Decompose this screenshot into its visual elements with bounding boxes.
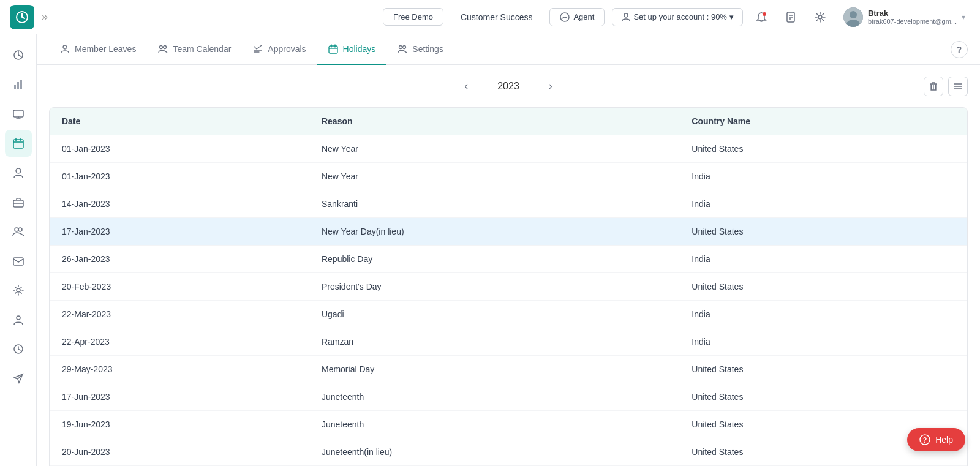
app-logo[interactable] [10, 5, 34, 29]
free-demo-button[interactable]: Free Demo [383, 8, 443, 26]
user-email: btrak607-development@gm... [868, 18, 957, 25]
alert-icon-button[interactable] [750, 6, 772, 28]
cell-country: United States [679, 383, 967, 411]
sidebar-item-dashboard[interactable] [5, 42, 32, 69]
cell-reason: Memorial Day [309, 356, 679, 383]
user-name: Btrak [868, 9, 957, 18]
cell-country: United States [679, 273, 967, 301]
holidays-table: Date Reason Country Name 01-Jan-2023 New… [49, 107, 968, 466]
cell-country: India [679, 190, 967, 218]
menu-button[interactable] [948, 77, 968, 96]
next-year-button[interactable]: › [544, 77, 557, 95]
sidebar-item-mail[interactable] [5, 247, 32, 274]
svg-point-32 [399, 45, 402, 48]
cell-reason: President's Day [309, 273, 679, 301]
table-row[interactable]: 22-Apr-2023 Ramzan India [50, 328, 967, 356]
tab-settings[interactable]: Settings [386, 34, 454, 65]
avatar [843, 7, 863, 27]
cell-reason: New Year Day(in lieu) [309, 218, 679, 246]
table-row[interactable]: 19-Jun-2023 Juneteenth United States [50, 411, 967, 438]
table-row[interactable]: 22-Mar-2023 Ugadi India [50, 301, 967, 328]
cell-reason: Ugadi [309, 301, 679, 328]
col-date: Date [50, 108, 309, 135]
sidebar-item-tv[interactable] [5, 100, 32, 127]
user-info: Btrak btrak607-development@gm... [868, 9, 957, 25]
sidebar-item-reports[interactable] [5, 71, 32, 98]
col-country: Country Name [679, 108, 967, 135]
setup-account-button[interactable]: Set up your account : 90% ▾ [612, 8, 742, 26]
cell-country: United States [679, 218, 967, 246]
agent-button[interactable]: Agent [549, 8, 605, 26]
help-fab-icon [919, 434, 930, 445]
col-reason: Reason [309, 108, 679, 135]
sidebar-item-calendar[interactable] [5, 130, 32, 157]
cell-reason: Ramzan [309, 328, 679, 356]
year-nav-actions [924, 77, 968, 96]
cell-date: 17-Jan-2023 [50, 218, 309, 246]
cell-date: 26-Jan-2023 [50, 246, 309, 273]
user-menu-chevron: ▾ [962, 13, 965, 21]
tab-approvals[interactable]: Approvals [242, 34, 317, 65]
chevron-down-icon: ▾ [729, 12, 734, 21]
svg-point-38 [924, 442, 925, 443]
cell-date: 22-Mar-2023 [50, 301, 309, 328]
svg-point-22 [18, 228, 22, 231]
svg-point-37 [920, 435, 930, 445]
sidebar-item-time[interactable] [5, 336, 32, 363]
svg-rect-31 [329, 46, 337, 53]
cell-country: United States [679, 356, 967, 383]
svg-rect-23 [13, 258, 23, 265]
sidebar-item-people[interactable] [5, 159, 32, 186]
table-row[interactable]: 20-Jun-2023 Juneteenth(in lieu) United S… [50, 438, 967, 466]
cell-reason: Republic Day [309, 246, 679, 273]
cell-country: India [679, 246, 967, 273]
cell-date: 20-Feb-2023 [50, 273, 309, 301]
cell-country: India [679, 301, 967, 328]
tab-team-calendar[interactable]: Team Calendar [147, 34, 242, 65]
table-row[interactable]: 20-Feb-2023 President's Day United State… [50, 273, 967, 301]
tab-holidays[interactable]: Holidays [317, 34, 387, 65]
table-header-row: Date Reason Country Name [50, 108, 967, 135]
cell-date: 19-Jun-2023 [50, 411, 309, 438]
prev-year-button[interactable]: ‹ [459, 77, 473, 95]
table-row[interactable]: 29-May-2023 Memorial Day United States [50, 356, 967, 383]
sidebar-item-send[interactable] [5, 365, 32, 392]
cell-date: 22-Apr-2023 [50, 328, 309, 356]
table-row[interactable]: 01-Jan-2023 New Year United States [50, 135, 967, 163]
svg-point-21 [15, 228, 18, 231]
sidebar-item-briefcase[interactable] [5, 189, 32, 216]
table-row[interactable]: 17-Jan-2023 New Year Day(in lieu) United… [50, 218, 967, 246]
table-row[interactable]: 01-Jan-2023 New Year India [50, 163, 967, 190]
table-row[interactable]: 26-Jan-2023 Republic Day India [50, 246, 967, 273]
sidebar-item-profile[interactable] [5, 306, 32, 333]
sidebar-expand-icon[interactable]: » [42, 10, 48, 23]
cell-reason: Sankranti [309, 190, 679, 218]
svg-point-2 [624, 13, 628, 17]
svg-point-10 [850, 11, 857, 18]
svg-point-3 [763, 12, 766, 16]
svg-rect-15 [20, 80, 22, 89]
top-nav: » Free Demo Customer Success Agent Set u… [0, 0, 980, 34]
sub-nav: Member Leaves Team Calendar Approvals Ho… [37, 34, 980, 65]
person-icon [621, 12, 631, 22]
help-fab-button[interactable]: Help [907, 428, 965, 451]
svg-rect-13 [14, 85, 16, 89]
tab-member-leaves[interactable]: Member Leaves [49, 34, 147, 65]
sidebar-item-team[interactable] [5, 218, 32, 245]
delete-holidays-button[interactable] [924, 77, 943, 96]
user-menu[interactable]: Btrak btrak607-development@gm... ▾ [839, 5, 970, 29]
help-icon-button[interactable]: ? [951, 41, 968, 58]
settings-icon-button[interactable] [809, 6, 831, 28]
table-row[interactable]: 17-Jun-2023 Juneteenth United States [50, 383, 967, 411]
cell-country: India [679, 163, 967, 190]
cell-country: United States [679, 135, 967, 163]
table-row[interactable]: 14-Jan-2023 Sankranti India [50, 190, 967, 218]
customer-success-button[interactable]: Customer Success [451, 9, 542, 26]
svg-point-28 [63, 45, 67, 49]
svg-point-18 [16, 168, 21, 173]
year-display: 2023 [497, 81, 519, 92]
svg-rect-16 [13, 110, 23, 117]
sidebar-item-settings[interactable] [5, 277, 32, 304]
document-icon-button[interactable] [780, 6, 802, 28]
cell-reason: Juneteenth(in lieu) [309, 438, 679, 466]
